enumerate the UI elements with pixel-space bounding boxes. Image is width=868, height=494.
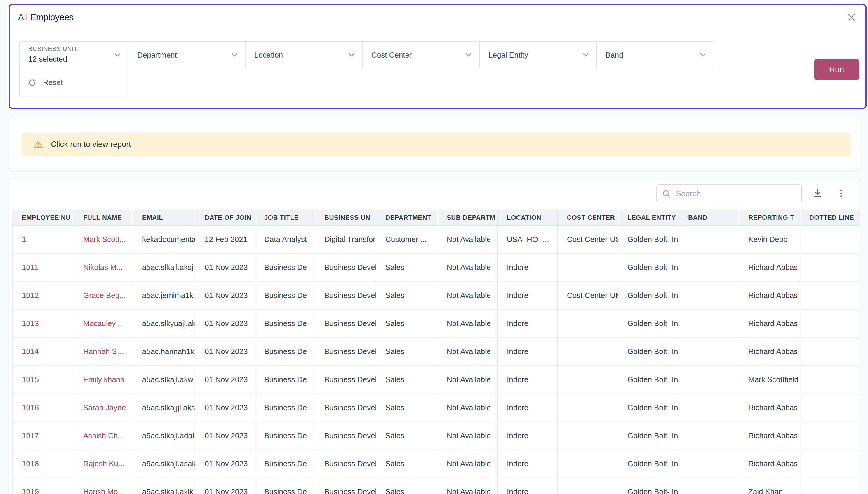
department-filter[interactable]: Department [128,41,245,68]
employee-name-link[interactable]: Mark Scott... [74,226,133,253]
table-cell: Richard Abbas [739,394,800,422]
table-cell: Business Devel [315,422,376,450]
table-cell: Indore [497,478,558,494]
table-row: 1019Harish Mo...a5ac.slkajl.aklk01 Nov 2… [12,478,860,494]
download-button[interactable] [810,187,825,201]
business-unit-filter[interactable]: BUSINESS UNIT 12 selected [19,41,129,68]
column-header: DATE OF JOIN [195,210,255,226]
table-cell: Business De [255,310,315,338]
table-cell: a5ac.slkajl.aklk [133,478,195,494]
employee-number-link[interactable]: 1014 [12,338,74,366]
table-cell: Richard Abbas [739,450,800,478]
employee-number-link[interactable]: 1013 [12,310,74,338]
employee-number-link[interactable]: 1011 [12,253,74,282]
employee-number-link[interactable]: 1012 [12,282,74,310]
table-cell: a5ac.hannah1k [133,338,195,366]
table-cell: Business Devel [315,253,376,282]
employee-name-link[interactable]: Sarah Jayne [74,394,133,422]
table-cell [800,422,860,450]
table-cell: 12 Feb 2021 [195,226,255,253]
table-cell: Business Devel [315,310,376,338]
employee-name-link[interactable]: Emily khana [74,366,133,394]
business-unit-value: 12 selected [28,55,110,64]
table-row: 1018Rajesh Ku...a5ac.slkajl.asak01 Nov 2… [12,450,860,478]
employee-number-link[interactable]: 1015 [12,366,74,394]
table-cell: Sales [376,394,437,422]
employee-number-link[interactable]: 1 [12,226,74,253]
table-cell: Not Available [437,366,497,394]
table-cell: Sales [376,310,437,338]
table-cell: 01 Nov 2023 [195,450,255,478]
search-input[interactable] [676,189,796,198]
employee-number-link[interactable]: 1019 [12,478,74,494]
column-header: SUB DEPARTM [437,210,497,226]
employee-name-link[interactable]: Harish Mo... [74,478,133,494]
close-button[interactable] [845,11,858,24]
table-cell: Richard Abbas [739,338,800,366]
table-cell [679,338,739,366]
table-cell [800,282,860,310]
employee-name-link[interactable]: Grace Beg... [74,282,133,310]
download-icon [812,188,823,198]
table-cell: Golden Bolt- In [618,310,679,338]
table-cell: Richard Abbas [739,282,800,310]
banner-card: Click run to view report [9,117,860,170]
employee-number-link[interactable]: 1018 [12,450,74,478]
reset-button[interactable]: Reset [19,68,129,97]
table-row: 1012Grace Beg...a5ac.jemima1k01 Nov 2023… [12,282,860,310]
employee-name-link[interactable]: Ashish Ch... [74,422,133,450]
column-header: REPORTING T [739,210,800,226]
run-button[interactable]: Run [814,59,859,80]
table-card: EMPLOYEE NUFULL NAMEEMAILDATE OF JOINJOB… [9,179,860,494]
employee-number-link[interactable]: 1017 [12,422,74,450]
table-cell: Not Available [437,226,497,253]
table-cell [679,450,739,478]
table-cell [679,366,739,394]
legal-entity-filter-label: Legal Entity [489,51,528,60]
table-cell: Business Devel [315,394,376,422]
table-cell: Zaid Khan [739,478,800,494]
table-cell [558,338,618,366]
location-filter[interactable]: Location [245,41,362,68]
table-cell: Business De [255,450,315,478]
table-cell: Sales [376,366,437,394]
table-cell: 01 Nov 2023 [195,366,255,394]
table-cell: Business De [255,394,315,422]
filter-panel: All Employees BUSINESS UNIT 12 selected … [9,4,867,109]
table-cell: Golden Bolt- In [618,338,679,366]
table-cell [800,338,860,366]
table-cell: Not Available [437,478,497,494]
employee-number-link[interactable]: 1016 [12,394,74,422]
more-options-button[interactable] [834,187,848,201]
table-cell: Sales [376,478,437,494]
employee-table: EMPLOYEE NUFULL NAMEEMAILDATE OF JOINJOB… [12,210,860,494]
table-cell: Not Available [437,394,497,422]
table-cell: Indore [497,282,558,310]
employee-name-link[interactable]: Macauley ... [74,310,133,338]
column-header: DEPARTMENT [376,210,437,226]
table-cell: 01 Nov 2023 [195,282,255,310]
table-cell: Golden Bolt- In [618,478,679,494]
table-row: 1017Ashish Ch...a5ac.slkajl.adal01 Nov 2… [12,422,860,450]
table-row: 1013Macauley ...a5ac.slkyuajl.ak01 Nov 2… [12,310,860,338]
band-filter[interactable]: Band [596,41,714,68]
table-cell: Business De [255,338,315,366]
table-cell [679,394,739,422]
cost-center-filter[interactable]: Cost Center [362,41,480,68]
column-header: FULL NAME [74,210,133,226]
table-cell: Business Devel [315,366,376,394]
table-cell: Sales [376,422,437,450]
table-cell [679,478,739,494]
employee-name-link[interactable]: Nikolas M... [74,253,133,282]
table-cell: Business Devel [315,282,376,310]
table-cell: Customer ... [376,226,437,253]
table-cell: Cost Center-US [558,226,618,253]
table-cell [679,253,739,282]
legal-entity-filter[interactable]: Legal Entity [479,41,597,68]
table-cell: a5ac.slkajl.akw [133,366,195,394]
table-cell: Indore [497,366,558,394]
employee-name-link[interactable]: Hannah S... [74,338,133,366]
table-cell: Business Devel [315,450,376,478]
table-cell [558,422,618,450]
employee-name-link[interactable]: Rajesh Ku... [74,450,133,478]
